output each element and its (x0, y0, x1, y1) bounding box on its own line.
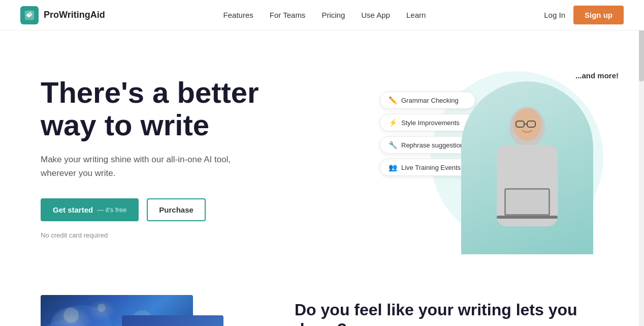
pill-style: ⚡ Style Improvements (380, 114, 475, 131)
scrollbar-track[interactable] (639, 0, 644, 326)
hero-content: There's a better way to write Make your … (41, 76, 259, 239)
painting-stack: My idea in my head (41, 295, 213, 326)
rephrase-icon: 🔧 (389, 141, 397, 149)
hero-buttons: Get started — it's free Purchase (41, 198, 259, 221)
hero-illustration: ✏️ Grammar Checking ⚡ Style Improvements… (380, 61, 624, 254)
pill-grammar: ✏️ Grammar Checking (380, 92, 475, 109)
brand-name: ProWritingAid (44, 10, 105, 20)
nav-links: Features For Teams Pricing Use App Learn (223, 11, 426, 19)
nav-use-app[interactable]: Use App (361, 11, 390, 19)
style-icon: ⚡ (389, 118, 397, 127)
section2-content: Do you feel like your writing lets you d… (295, 295, 603, 326)
painting-area: My idea in my head (41, 295, 254, 326)
hero-subtitle: Make your writing shine with our all-in-… (41, 153, 259, 180)
no-credit-card-note: No credit card required (41, 231, 259, 239)
section2: My idea in my head Do you feel like your… (0, 275, 644, 326)
training-icon: 👥 (389, 163, 397, 171)
get-started-button[interactable]: Get started — it's free (41, 198, 139, 221)
nav-for-teams[interactable]: For Teams (270, 11, 306, 19)
login-button[interactable]: Log In (544, 11, 565, 19)
hero-person-illustration (461, 81, 593, 254)
nav-learn[interactable]: Learn (406, 11, 426, 19)
purchase-button[interactable]: Purchase (147, 198, 206, 221)
hero-title: There's a better way to write (41, 76, 259, 141)
person-graphic (461, 81, 593, 254)
grammar-icon: ✏️ (389, 96, 397, 104)
navbar: ProWritingAid Features For Teams Pricing… (0, 0, 644, 31)
hero-section: There's a better way to write Make your … (0, 31, 644, 275)
and-more-label: ...and more! (575, 71, 619, 80)
logo-icon (20, 6, 39, 24)
nav-pricing[interactable]: Pricing (321, 11, 345, 19)
nav-actions: Log In Sign up (544, 6, 624, 24)
svg-rect-9 (497, 216, 558, 219)
logo-link[interactable]: ProWritingAid (20, 6, 105, 24)
svg-point-14 (98, 304, 106, 312)
svg-rect-8 (506, 190, 549, 214)
nav-features[interactable]: Features (223, 11, 253, 19)
section2-title: Do you feel like your writing lets you d… (295, 300, 603, 326)
painting-overlay (122, 315, 223, 326)
signup-button[interactable]: Sign up (573, 6, 624, 24)
